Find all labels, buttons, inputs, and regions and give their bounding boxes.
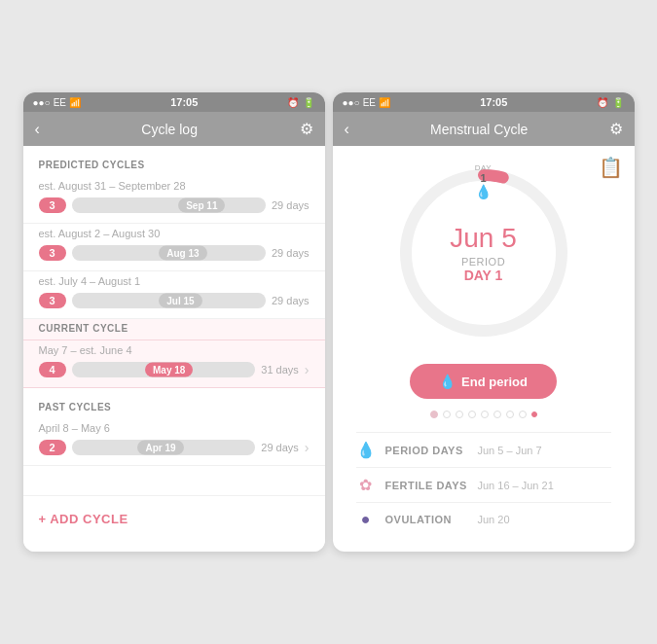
signal-dots: ●●○ [33, 97, 51, 108]
period-icon: 💧 [356, 441, 376, 459]
ovulation-icon: ● [356, 511, 376, 528]
past1-days: 29 days [261, 442, 299, 453]
carrier-name: EE [54, 97, 66, 108]
current-pill: May 18 [145, 363, 193, 377]
past1-pill: Apr 19 [137, 441, 183, 455]
day-marker: DAY 1 💧 [475, 163, 492, 199]
wifi-icon: 📶 [69, 97, 81, 108]
gear-button-1[interactable]: ⚙ [300, 120, 313, 138]
pred2-track: Aug 13 [72, 245, 266, 261]
past1-date: April 8 – May 6 [39, 422, 310, 434]
past1-track: Apr 19 [72, 440, 256, 455]
status-icons-2: ⏰ 🔋 [597, 97, 624, 108]
fertile-days-row: ✿ FERTILE DAYS Jun 16 – Jun 21 [356, 467, 611, 502]
menstrual-cycle-screen: ●●○ EE 📶 17:05 ⏰ 🔋 ‹ Menstrual Cycle ⚙ 📋 [333, 92, 635, 552]
end-period-drop-icon: 💧 [439, 374, 456, 389]
predicted-cycle-3: est. July 4 – August 1 3 Jul 15 29 days [23, 271, 325, 319]
fertile-icon: ✿ [356, 476, 376, 494]
pred2-pill: Aug 13 [159, 246, 206, 261]
pred3-date: est. July 4 – August 1 [39, 275, 310, 287]
dot-8 [519, 411, 527, 418]
battery-icon-2: 🔋 [612, 97, 624, 108]
carrier-2: ●●○ EE 📶 [343, 97, 390, 108]
pred1-pill: Sep 11 [178, 198, 225, 213]
dot-9 [531, 411, 537, 417]
period-label: PERIOD [450, 256, 517, 268]
alarm-icon-2: ⏰ [597, 97, 608, 108]
pred1-track: Sep 11 [72, 197, 266, 213]
status-bar-1: ●●○ EE 📶 17:05 ⏰ 🔋 [23, 92, 325, 112]
predicted-cycles-label: PREDICTED CYCLES [23, 146, 325, 176]
carrier-name-2: EE [363, 97, 376, 108]
dots-row [430, 411, 537, 418]
battery-icon: 🔋 [303, 97, 314, 108]
pred2-days: 29 days [272, 247, 310, 259]
fertile-legend-value: Jun 16 – Jun 21 [478, 480, 554, 491]
ovulation-legend-label: OVULATION [385, 514, 468, 525]
nav-title-2: Menstrual Cycle [349, 122, 609, 137]
dot-7 [506, 411, 514, 418]
past-cycle-1[interactable]: April 8 – May 6 2 Apr 19 29 days › [23, 418, 325, 466]
current-cycle-label: CURRENT CYCLE [23, 319, 325, 340]
nav-title-1: Cycle log [40, 122, 300, 137]
past1-num: 2 [39, 440, 66, 455]
gear-button-2[interactable]: ⚙ [609, 120, 623, 138]
cycle-log-content: PREDICTED CYCLES est. August 31 – Septem… [23, 146, 325, 552]
current-days: 31 days [261, 364, 299, 376]
past1-bar-row: 2 Apr 19 29 days › [39, 440, 310, 455]
current-track: May 18 [72, 362, 256, 377]
status-bar-2: ●●○ EE 📶 17:05 ⏰ 🔋 [333, 92, 635, 112]
cycle-log-screen: ●●○ EE 📶 17:05 ⏰ 🔋 ‹ Cycle log ⚙ PREDICT… [23, 92, 325, 552]
predicted-cycle-2: est. August 2 – August 30 3 Aug 13 29 da… [23, 224, 325, 271]
period-legend-value: Jun 5 – Jun 7 [478, 445, 542, 456]
pred1-days: 29 days [272, 199, 310, 211]
end-period-label: End period [461, 375, 528, 389]
dot-3 [456, 411, 463, 418]
pred2-date: est. August 2 – August 30 [39, 228, 310, 239]
signal-dots-2: ●●○ [343, 97, 360, 108]
pred3-num: 3 [39, 293, 66, 308]
carrier-1: ●●○ EE 📶 [33, 97, 81, 108]
dot-6 [493, 411, 501, 418]
day-num: 1 [480, 172, 486, 184]
screens-container: ●●○ EE 📶 17:05 ⏰ 🔋 ‹ Cycle log ⚙ PREDICT… [23, 92, 635, 552]
period-legend-label: PERIOD DAYS [385, 445, 468, 456]
day-text: DAY [475, 163, 492, 172]
nav-bar-1: ‹ Cycle log ⚙ [23, 112, 325, 146]
ring-date: Jun 5 [450, 223, 517, 254]
time-2: 17:05 [480, 96, 507, 108]
pred2-num: 3 [39, 245, 66, 261]
past1-arrow: › [305, 440, 310, 455]
pred3-days: 29 days [272, 295, 310, 306]
period-day: DAY 1 [450, 268, 517, 283]
spacer [23, 466, 325, 495]
pred1-date: est. August 31 – September 28 [39, 180, 310, 192]
dot-1 [430, 411, 438, 418]
current-bar-row: 4 May 18 31 days › [39, 362, 310, 377]
cycle-ring: DAY 1 💧 Jun 5 PERIOD DAY 1 [386, 156, 581, 350]
add-cycle-button[interactable]: + ADD CYCLE [23, 495, 325, 542]
dot-4 [468, 411, 476, 418]
fertile-legend-label: FERTILE DAYS [385, 480, 468, 491]
pred3-bar-row: 3 Jul 15 29 days [39, 293, 310, 308]
past-cycles-label: PAST CYCLES [23, 388, 325, 418]
clipboard-icon[interactable]: 📋 [599, 156, 623, 179]
predicted-cycle-1: est. August 31 – September 28 3 Sep 11 2… [23, 176, 325, 224]
current-num: 4 [39, 362, 66, 377]
end-period-button[interactable]: 💧 End period [410, 364, 557, 399]
alarm-icon: ⏰ [287, 97, 299, 108]
current-cycle-item[interactable]: May 7 – est. June 4 4 May 18 31 days › [23, 340, 325, 388]
nav-bar-2: ‹ Menstrual Cycle ⚙ [333, 112, 635, 146]
legend-section: 💧 PERIOD DAYS Jun 5 – Jun 7 ✿ FERTILE DA… [348, 432, 619, 536]
dot-5 [481, 411, 489, 418]
menstrual-cycle-content: 📋 DAY 1 💧 Jun 5 PERIOD [333, 146, 635, 552]
dot-2 [443, 411, 451, 418]
ring-center: Jun 5 PERIOD DAY 1 [450, 223, 517, 283]
pred3-track: Jul 15 [72, 293, 266, 308]
status-icons-1: ⏰ 🔋 [287, 97, 314, 108]
current-arrow: › [305, 362, 310, 377]
ovulation-legend-value: Jun 20 [478, 514, 510, 525]
current-date: May 7 – est. June 4 [39, 344, 310, 356]
drop-marker: 💧 [475, 184, 492, 199]
period-days-row: 💧 PERIOD DAYS Jun 5 – Jun 7 [356, 432, 611, 467]
